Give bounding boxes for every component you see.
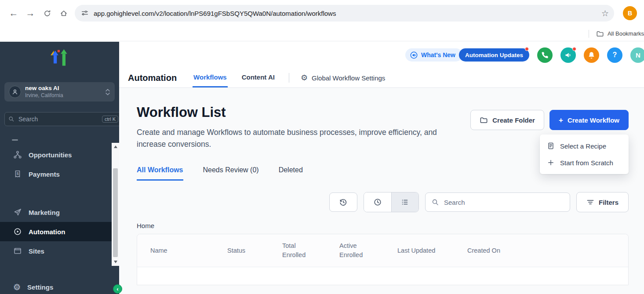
all-bookmarks-label: All Bookmarks [608,30,644,37]
menu-item-start-from-scratch[interactable]: Start from Scratch [540,154,629,171]
header-divider [289,73,289,83]
location-text: new oaks AI Irvine, California [25,85,101,99]
sidebar-nav: Opportunities $ Payments [0,139,119,261]
whats-new-group: What's New Automation Updates [405,48,529,62]
bell-icon [588,51,595,59]
sidebar-search-input[interactable] [18,115,99,123]
notifications-button[interactable] [584,47,599,63]
svg-text:$: $ [17,171,19,176]
notification-dot [525,47,529,51]
list-view-button[interactable] [391,192,418,212]
workflow-list-title: Workflow List [137,105,444,120]
sidebar-search[interactable]: ctrl K [4,112,119,126]
sidebar-item-label: Automation [29,228,65,236]
bookmarks-bar: All Bookmarks [0,26,644,41]
workflow-table: Name Status Total Enrolled Active Enroll… [137,234,629,285]
location-switcher[interactable]: new oaks AI Irvine, California [4,82,115,102]
user-avatar-initial: N [636,51,640,59]
gohighlevel-logo [0,42,119,70]
back-icon[interactable]: ← [5,5,22,22]
help-label: ? [613,51,617,59]
tab-all-workflows[interactable]: All Workflows [137,166,183,181]
sidebar-item-automation[interactable]: Automation [0,222,119,241]
page-heading-row: Workflow List Create and manage Workflow… [137,105,629,150]
gear-icon: ⚙ [301,74,308,82]
sidebar-item-label: Sites [29,247,44,255]
shortcut-badge: ctrl K [102,116,118,123]
notification-dot [572,47,576,51]
plus-icon [547,159,555,167]
tab-deleted[interactable]: Deleted [279,166,303,181]
sidebar-item-label: Settings [27,283,53,291]
page-title: Automation [128,73,177,83]
workflow-search-input[interactable] [443,198,564,207]
collapse-sidebar-button[interactable]: ‹ [113,284,122,294]
column-header-last-updated: Last Updated [397,247,467,254]
global-workflow-settings-label: Global Workflow Settings [312,74,385,82]
clock-view-button[interactable] [364,192,391,212]
automation-icon [13,227,22,236]
table-row [137,267,628,285]
automation-header: Automation Workflows Content AI ⚙ Global… [119,68,644,88]
user-avatar[interactable]: N [630,47,644,63]
create-folder-button[interactable]: Create Folder [470,110,544,130]
sidebar-item-label: Opportunities [29,151,72,159]
sidebar-item-opportunities[interactable]: Opportunities [0,145,119,164]
menu-item-select-recipe[interactable]: Select a Recipe [540,138,629,154]
sidebar-item-marketing[interactable]: Marketing [0,203,119,222]
sidebar-search-row: ctrl K ⚡ [4,112,115,126]
refresh-icon [43,9,51,18]
sidebar-item-sites[interactable]: Sites [0,241,119,261]
clock-icon [373,198,382,207]
breadcrumb[interactable]: Home [137,222,629,229]
refresh-icon[interactable] [39,5,55,22]
search-icon [432,199,439,206]
whats-new-button[interactable]: What's New [405,48,462,62]
column-header-name: Name [150,247,227,254]
filters-label: Filters [599,199,619,206]
workflow-search[interactable] [425,192,570,212]
global-workflow-settings-link[interactable]: ⚙ Global Workflow Settings [301,74,385,82]
address-bar[interactable]: app.gohighlevel.com/v2/location/lnPS691g… [75,5,614,22]
announcements-button[interactable] [560,47,576,63]
view-toggle-group [364,192,419,212]
browser-profile-avatar[interactable]: B [623,6,637,20]
automation-updates-badge[interactable]: Automation Updates [459,48,529,62]
plus-icon: + [559,116,563,124]
tab-needs-review[interactable]: Needs Review (0) [203,166,259,181]
megaphone-icon [564,51,572,59]
scroll-down-arrow[interactable] [114,261,117,263]
table-header-row: Name Status Total Enrolled Active Enroll… [137,234,628,267]
url-text: app.gohighlevel.com/v2/location/lnPS691g… [94,10,597,17]
column-header-created-on: Created On [467,247,628,254]
location-avatar [9,86,21,98]
sidebar-item-payments[interactable]: $ Payments [0,164,119,184]
bookmark-star-icon[interactable]: ☆ [601,8,609,18]
phone-icon [541,51,549,59]
scrollbar-thumb[interactable] [113,168,118,257]
sidebar-item-label: Payments [29,171,60,178]
help-button[interactable]: ? [607,47,622,63]
scrolled-item-sliver [12,139,18,141]
column-header-status: Status [227,247,282,254]
create-workflow-button[interactable]: + Create Workflow [549,110,629,130]
app-frame: new oaks AI Irvine, California [0,42,644,294]
home-icon[interactable] [55,5,72,22]
scroll-up-arrow[interactable] [114,145,117,148]
all-bookmarks-button[interactable]: All Bookmarks [596,30,644,38]
history-icon [339,198,348,207]
history-button[interactable] [329,192,357,212]
sidebar-scrollbar [112,143,119,266]
sidebar-item-settings[interactable]: ⚙ Settings [0,277,119,294]
forward-icon[interactable]: → [22,5,39,22]
tab-content-ai[interactable]: Content AI [241,68,276,87]
screen: ← → app.gohighlevel.com/v2/ [0,0,644,294]
browser-window-icon [13,247,22,255]
location-name: new oaks AI [25,85,101,92]
phone-button[interactable] [537,47,553,63]
tab-workflows[interactable]: Workflows [193,68,228,87]
filters-button[interactable]: Filters [576,192,629,212]
heading-text: Workflow List Create and manage Workflow… [137,105,444,150]
create-workflow-dropdown: Select a Recipe Start from Scratch [540,134,629,174]
site-settings-icon[interactable] [81,9,89,17]
